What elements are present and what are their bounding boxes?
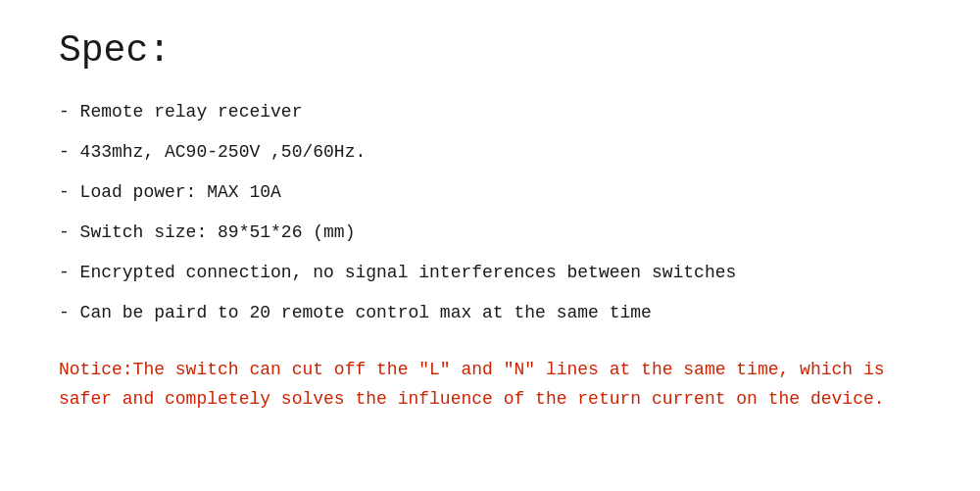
spec-item-6: - Can be paird to 20 remote control max …	[59, 300, 921, 326]
notice-text: Notice:The switch can cut off the ″L″ an…	[59, 356, 921, 414]
spec-item-4: - Switch size: 89*51*26 (mm)	[59, 220, 921, 246]
spec-list: - Remote relay receiver - 433mhz, AC90-2…	[59, 99, 921, 326]
page-title: Spec:	[59, 29, 921, 72]
spec-item-5: - Encrypted connection, no signal interf…	[59, 260, 921, 286]
spec-item-3: - Load power: MAX 10A	[59, 179, 921, 206]
spec-item-1: - Remote relay receiver	[59, 99, 921, 125]
spec-item-2: - 433mhz, AC90-250V ,50/60Hz.	[59, 139, 921, 166]
